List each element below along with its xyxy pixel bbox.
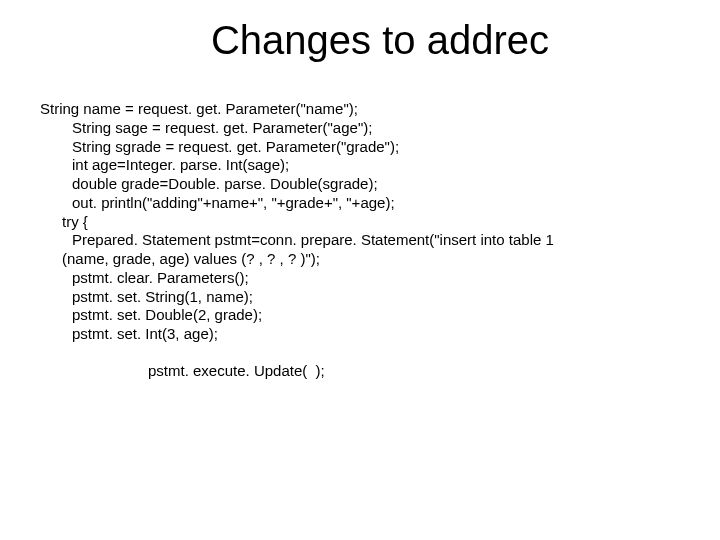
code-line: try { [40,213,690,232]
code-line: String sgrade = request. get. Parameter(… [40,138,690,157]
code-line: pstmt. clear. Parameters(); [40,269,690,288]
title-text: Changes to addrec [211,18,549,62]
code-block: String name = request. get. Parameter("n… [40,100,690,381]
slide-title: Changes to addrec [0,0,720,63]
code-line: double grade=Double. parse. Double(sgrad… [40,175,690,194]
code-line: int age=Integer. parse. Int(sage); [40,156,690,175]
code-line: pstmt. execute. Update( ); [40,362,690,381]
code-line: pstmt. set. String(1, name); [40,288,690,307]
code-line: String name = request. get. Parameter("n… [40,100,690,119]
code-line: Prepared. Statement pstmt=conn. prepare.… [40,231,690,250]
code-line: pstmt. set. Double(2, grade); [40,306,690,325]
slide: Changes to addrec String name = request.… [0,0,720,540]
code-line: pstmt. set. Int(3, age); [40,325,690,344]
code-line: (name, grade, age) values (? , ? , ? )")… [40,250,690,269]
code-line: out. println("adding"+name+", "+grade+",… [40,194,690,213]
code-line: String sage = request. get. Parameter("a… [40,119,690,138]
